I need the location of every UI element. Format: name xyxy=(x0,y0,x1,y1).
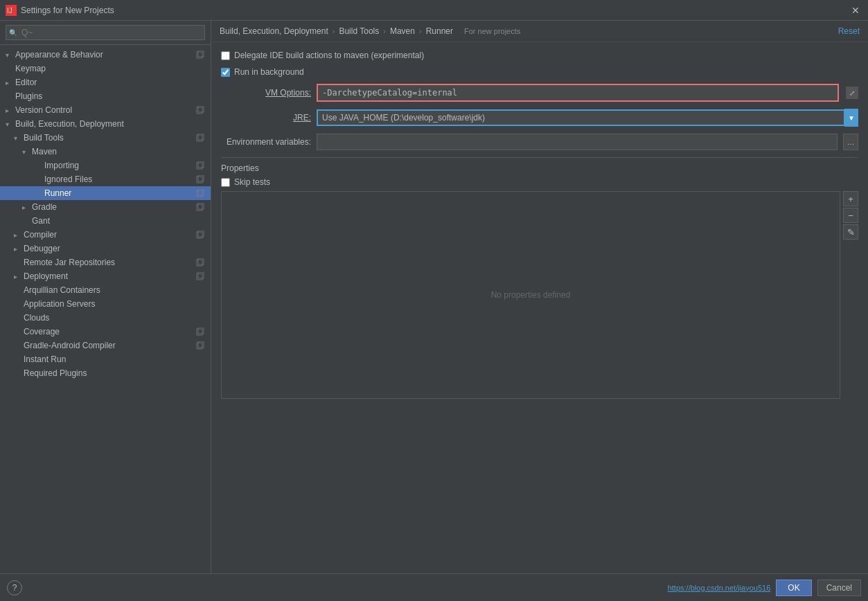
env-vars-row: Environment variables: … xyxy=(221,134,858,150)
skip-tests-label-text: Skip tests xyxy=(234,177,270,187)
expand-arrow-compiler: ▸ xyxy=(14,231,22,239)
sidebar-item-version-control[interactable]: ▸Version Control xyxy=(0,103,211,117)
sidebar-item-clouds[interactable]: Clouds xyxy=(0,311,211,325)
jre-row: JRE: Use JAVA_HOME (D:\develop_software\… xyxy=(221,109,858,127)
sidebar-item-app-servers[interactable]: Application Servers xyxy=(0,297,211,311)
skip-tests-row: Skip tests xyxy=(221,177,858,187)
help-button[interactable]: ? xyxy=(7,580,22,595)
svg-rect-2 xyxy=(197,52,202,58)
sidebar-item-label-gradle-android: Gradle-Android Compiler xyxy=(24,341,193,350)
form-content: Delegate IDE build actions to maven (exp… xyxy=(211,42,868,573)
jre-label: JRE: xyxy=(221,113,311,123)
blog-link[interactable]: https://blog.csdn.net/jiayou516 xyxy=(668,584,771,592)
sidebar-item-label-remote-jar: Remote Jar Repositories xyxy=(24,258,193,267)
sidebar-item-build-tools[interactable]: ▾Build Tools xyxy=(0,131,211,145)
add-property-button[interactable]: + xyxy=(843,191,858,206)
properties-label: Properties xyxy=(221,163,858,173)
sidebar-item-gradle-android[interactable]: Gradle-Android Compiler xyxy=(0,339,211,352)
close-button[interactable]: ✕ xyxy=(849,3,862,17)
svg-rect-17 xyxy=(198,231,204,237)
svg-rect-21 xyxy=(198,272,204,278)
run-background-checkbox[interactable] xyxy=(221,68,230,77)
sidebar-item-appearance[interactable]: ▾Appearance & Behavior xyxy=(0,48,211,62)
sidebar-item-label-deployment: Deployment xyxy=(24,271,193,281)
sidebar-item-icon-compiler xyxy=(195,230,205,240)
env-vars-input[interactable] xyxy=(317,134,838,150)
svg-rect-5 xyxy=(198,106,204,112)
svg-text:IJ: IJ xyxy=(7,7,12,15)
env-vars-browse-icon[interactable]: … xyxy=(843,134,858,150)
svg-rect-25 xyxy=(198,341,204,348)
svg-rect-18 xyxy=(197,260,202,266)
run-background-label: Run in background xyxy=(234,67,304,77)
sidebar-item-required-plugins[interactable]: Required Plugins xyxy=(0,366,211,380)
svg-rect-15 xyxy=(198,203,204,209)
sidebar-item-deployment[interactable]: ▸Deployment xyxy=(0,269,211,283)
expand-arrow-gradle: ▸ xyxy=(22,204,30,211)
sidebar-item-label-ignored-files: Ignored Files xyxy=(44,174,193,184)
sidebar-item-label-build-tools: Build Tools xyxy=(24,133,193,143)
sidebar-item-label-clouds: Clouds xyxy=(24,313,205,323)
sidebar-item-compiler[interactable]: ▸Compiler xyxy=(0,228,211,242)
sidebar-item-debugger[interactable]: ▸Debugger xyxy=(0,242,211,255)
edit-property-button[interactable]: ✎ xyxy=(843,224,858,240)
sidebar-item-editor[interactable]: ▸Editor xyxy=(0,75,211,89)
sidebar-item-label-app-servers: Application Servers xyxy=(24,299,205,309)
breadcrumb-bar: Build, Execution, Deployment › Build Too… xyxy=(211,21,868,42)
window-title: Settings for New Projects xyxy=(21,6,844,15)
expand-arrow-appearance: ▾ xyxy=(6,51,14,59)
svg-rect-20 xyxy=(197,273,202,280)
sidebar-item-instant-run[interactable]: Instant Run xyxy=(0,352,211,366)
sidebar-item-remote-jar[interactable]: Remote Jar Repositories xyxy=(0,255,211,269)
sidebar-item-coverage[interactable]: Coverage xyxy=(0,325,211,339)
properties-section: Properties Skip tests No properties defi… xyxy=(221,157,858,399)
sidebar-item-label-instant-run: Instant Run xyxy=(24,355,205,364)
svg-rect-13 xyxy=(198,189,204,195)
search-box xyxy=(0,21,211,45)
jre-select[interactable]: Use JAVA_HOME (D:\develop_software\jdk) xyxy=(317,109,845,126)
sidebar-item-build-exec-deploy[interactable]: ▾Build, Execution, Deployment xyxy=(0,117,211,131)
remove-property-button[interactable]: − xyxy=(843,208,858,223)
sidebar-item-icon-build-tools xyxy=(195,133,205,143)
skip-tests-checkbox[interactable] xyxy=(221,178,230,187)
help-icon: ? xyxy=(12,583,17,593)
sidebar-item-plugins[interactable]: Plugins xyxy=(0,89,211,103)
sidebar-item-importing[interactable]: Importing xyxy=(0,159,211,172)
bottom-bar: ? https://blog.csdn.net/jiayou516 OK Can… xyxy=(0,573,868,601)
sidebar-item-icon-ignored-files xyxy=(195,174,205,184)
breadcrumb-sep-1: › xyxy=(333,27,335,35)
sidebar-item-ignored-files[interactable]: Ignored Files xyxy=(0,172,211,186)
vm-options-wrapper xyxy=(317,84,839,102)
breadcrumb-sep-2: › xyxy=(383,27,386,35)
sidebar-item-runner[interactable]: Runner xyxy=(0,186,211,200)
title-bar: IJ Settings for New Projects ✕ xyxy=(0,0,868,21)
expand-arrow-build-tools: ▾ xyxy=(14,134,22,142)
run-background-label-text: Run in background xyxy=(234,67,304,77)
search-input[interactable] xyxy=(6,25,205,40)
delegate-label: Delegate IDE build actions to maven (exp… xyxy=(234,51,424,60)
sidebar-item-maven[interactable]: ▾Maven xyxy=(0,145,211,159)
properties-container: No properties defined + − ✎ xyxy=(221,191,858,399)
search-wrapper xyxy=(6,25,205,40)
expand-arrow-editor: ▸ xyxy=(6,79,14,87)
no-properties-text: No properties defined xyxy=(491,290,571,300)
sidebar-item-keymap[interactable]: Keymap xyxy=(0,62,211,75)
svg-rect-16 xyxy=(197,232,202,238)
delegate-checkbox[interactable] xyxy=(221,51,230,60)
ok-button[interactable]: OK xyxy=(776,580,811,596)
vm-options-input[interactable] xyxy=(317,84,839,102)
expand-arrow-deployment: ▸ xyxy=(14,273,22,280)
sidebar-item-gant[interactable]: Gant xyxy=(0,214,211,228)
content-area: Build, Execution, Deployment › Build Too… xyxy=(211,21,868,573)
reset-button[interactable]: Reset xyxy=(838,26,860,36)
sidebar-item-gradle[interactable]: ▸Gradle xyxy=(0,200,211,214)
jre-dropdown-arrow[interactable]: ▼ xyxy=(844,109,858,127)
env-vars-label: Environment variables: xyxy=(221,137,311,147)
sidebar-item-label-required-plugins: Required Plugins xyxy=(24,368,205,378)
vm-options-expand-icon[interactable]: ⤢ xyxy=(846,87,858,99)
cancel-button[interactable]: Cancel xyxy=(817,580,861,596)
sidebar-item-label-gant: Gant xyxy=(32,216,205,226)
sidebar-item-icon-gradle xyxy=(195,202,205,212)
sidebar-item-arquillian[interactable]: Arquillian Containers xyxy=(0,283,211,297)
sidebar-item-label-importing: Importing xyxy=(44,161,193,170)
